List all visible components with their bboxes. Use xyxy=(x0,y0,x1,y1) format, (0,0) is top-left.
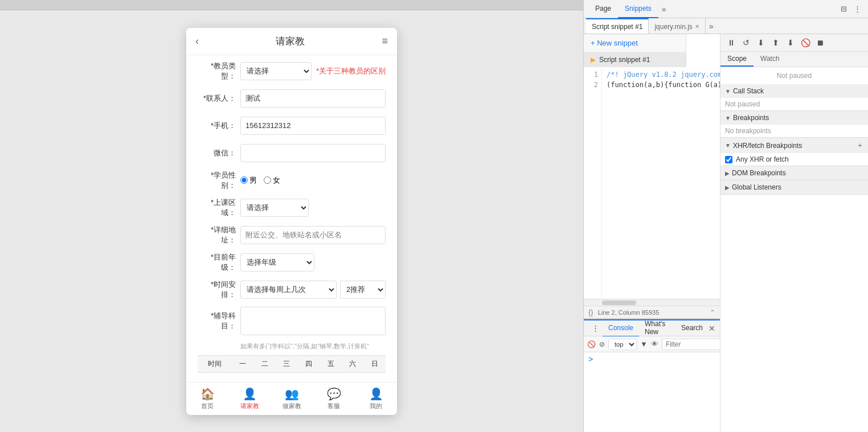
snippets-sidebar: + New snippet ▶ Script snippet #1 xyxy=(584,34,686,67)
tab-snippets[interactable]: Snippets xyxy=(618,0,658,18)
console-toolbar: 🚫 ⊘ top ▼ 👁 Default levels ▼ 1 hidden ⚙ xyxy=(584,336,720,352)
grade-select[interactable]: 选择年级 xyxy=(240,253,314,271)
teacher-type-link[interactable]: *关于三种教员的区别 xyxy=(316,66,386,76)
devtools-main-body: + New snippet ▶ Script snippet #1 1 2 xyxy=(584,34,868,432)
breakpoints-header[interactable]: ▼ Breakpoints xyxy=(720,111,868,125)
console-pause-button[interactable]: ⊘ xyxy=(599,339,605,350)
mobile-preview-panel: ‹ 请家教 ≡ *教员类型： 请选择 *关于三种教员的区别 *联系人： *手机： xyxy=(0,0,583,432)
console-tab-console[interactable]: Console xyxy=(603,320,639,337)
console-dropdown-icon[interactable]: ▼ xyxy=(640,340,648,348)
console-eye-icon[interactable]: 👁 xyxy=(651,340,658,348)
time-grid-header: 时间 一 二 三 四 五 六 日 xyxy=(198,355,386,373)
console-clear-button[interactable]: 🚫 xyxy=(587,339,596,350)
debug-tab-scope[interactable]: Scope xyxy=(720,52,754,67)
global-listeners-section: ▶ Global Listeners xyxy=(720,180,868,195)
code-lines-container: 1 2 /*! jQuery v1.8.2 jquery.com | jquer… xyxy=(584,67,720,299)
dom-breakpoints-header[interactable]: ▶ DOM Breakpoints xyxy=(720,166,868,180)
breakpoints-status: No breakpoints xyxy=(725,127,771,135)
file-tab-jquery[interactable]: jquery.min.js ✕ xyxy=(649,18,705,34)
phone-input[interactable] xyxy=(240,117,386,135)
subject-row: *辅导科目： xyxy=(198,307,386,335)
dbg-blackbox-button[interactable]: 🚫 xyxy=(799,36,812,49)
xhr-item-checkbox[interactable] xyxy=(725,156,732,163)
console-prompt: > xyxy=(588,355,593,364)
devtools-top-overflow: ⊟ ⋮ xyxy=(838,5,863,13)
status-collapse-icon[interactable]: ⌃ xyxy=(710,308,715,316)
tab-page[interactable]: Page xyxy=(588,0,618,18)
schedule-row: *时间安排： 请选择每周上几次 2推荐 xyxy=(198,279,386,300)
devtools-top-tabs: Page Snippets » ⊟ ⋮ xyxy=(584,0,868,18)
time-col-thu: 四 xyxy=(298,356,320,372)
console-tab-whats-new[interactable]: What's New xyxy=(639,320,675,337)
dbg-deactivate-button[interactable]: ⏹ xyxy=(814,36,826,49)
xhr-header[interactable]: ▼ XHR/fetch Breakpoints ＋ xyxy=(720,138,868,153)
call-stack-header[interactable]: ▼ Call Stack xyxy=(720,84,868,98)
code-status-bar: {} Line 2, Column 85935 ⌃ xyxy=(584,306,720,318)
global-listeners-label: Global Listeners xyxy=(732,183,781,191)
address-row: *详细地址： xyxy=(198,225,386,245)
address-input[interactable] xyxy=(240,226,386,244)
scrollbar-thumb[interactable] xyxy=(602,301,636,305)
file-tab-snippet[interactable]: Script snippet #1 xyxy=(586,18,649,34)
devtools-right-panel: ⏸ ↺ ⬇ ⬆ ⬇ 🚫 ⏹ Scope Watch Not paused ▼ xyxy=(720,34,868,432)
code-scrollbar-horizontal[interactable] xyxy=(584,299,720,306)
call-stack-status: Not paused xyxy=(725,100,760,108)
mine-icon: 👤 xyxy=(369,387,383,401)
schedule-freq-select[interactable]: 请选择每周上几次 xyxy=(240,281,337,299)
console-tabs-bar: ⋮ Console What's New Search ✕ xyxy=(584,319,720,336)
nav-home[interactable]: 🏠 首页 xyxy=(186,382,228,415)
devtools-panel: Page Snippets » ⊟ ⋮ Script snippet #1 jq… xyxy=(583,0,868,432)
nav-hire-tutor[interactable]: 👤 请家教 xyxy=(228,382,271,415)
mobile-form-content: *教员类型： 请选择 *关于三种教员的区别 *联系人： *手机： 微信： xyxy=(186,55,397,382)
file-tab-jquery-close[interactable]: ✕ xyxy=(695,23,699,30)
snippet-icon: ▶ xyxy=(591,56,596,64)
contact-input[interactable] xyxy=(240,89,386,108)
console-tab-search[interactable]: Search xyxy=(675,320,709,337)
gender-male-option[interactable]: 男 xyxy=(240,175,257,186)
devtools-more-icon[interactable]: ⋮ xyxy=(851,5,863,13)
snippet-item-1-label: Script snippet #1 xyxy=(599,56,650,64)
mobile-frame: ‹ 请家教 ≡ *教员类型： 请选择 *关于三种教员的区别 *联系人： *手机： xyxy=(186,28,397,415)
file-tabs-more-icon[interactable]: » xyxy=(706,22,717,31)
console-context-select[interactable]: top xyxy=(608,339,637,350)
subject-textarea[interactable] xyxy=(240,307,386,335)
teacher-type-select[interactable]: 请选择 xyxy=(240,62,312,80)
nav-mine[interactable]: 👤 我的 xyxy=(355,382,397,415)
wechat-row: 微信： xyxy=(198,143,386,163)
nav-be-tutor[interactable]: 👥 做家教 xyxy=(271,382,313,415)
xhr-add-icon[interactable]: ＋ xyxy=(857,141,863,150)
snippet-item-1[interactable]: ▶ Script snippet #1 xyxy=(584,52,686,67)
format-braces-icon[interactable]: {} xyxy=(588,308,593,316)
console-overflow-icon[interactable]: ⋮ xyxy=(588,324,603,332)
tabs-more-icon[interactable]: » xyxy=(658,5,670,14)
dbg-pause-button[interactable]: ⏸ xyxy=(725,36,738,49)
devtools-dock-icon[interactable]: ⊟ xyxy=(838,5,849,13)
dbg-step-over-button[interactable]: ⬇ xyxy=(755,36,767,49)
console-close-button[interactable]: ✕ xyxy=(709,324,715,333)
gender-female-option[interactable]: 女 xyxy=(264,175,280,186)
call-stack-toggle-icon: ▼ xyxy=(725,88,731,94)
wechat-input[interactable] xyxy=(240,144,386,162)
nav-support[interactable]: 💬 客服 xyxy=(313,382,355,415)
gender-female-radio[interactable] xyxy=(264,176,271,184)
area-select[interactable]: 请选择 xyxy=(240,199,309,217)
new-snippet-button[interactable]: + New snippet xyxy=(584,34,686,52)
schedule-recommend-select[interactable]: 2推荐 xyxy=(340,281,386,299)
global-toggle-icon: ▶ xyxy=(725,184,730,191)
subject-hint: 如果有多门学科以","分隔,如"钢琴,数学,计算机" xyxy=(240,342,386,351)
console-filter-input[interactable] xyxy=(662,339,720,350)
gender-label: *学员性别： xyxy=(198,170,240,191)
dbg-step-out-button[interactable]: ⬇ xyxy=(784,36,797,49)
dbg-step-into-button[interactable]: ⬆ xyxy=(769,36,782,49)
dbg-resume-button[interactable]: ↺ xyxy=(740,36,752,49)
area-label: *上课区域： xyxy=(198,198,240,218)
xhr-label: XHR/fetch Breakpoints xyxy=(733,142,802,150)
gender-male-radio[interactable] xyxy=(240,176,248,184)
code-area[interactable]: 1 2 /*! jQuery v1.8.2 jquery.com | jquer… xyxy=(584,67,720,299)
menu-icon[interactable]: ≡ xyxy=(382,35,388,47)
line-num-2: 2 xyxy=(584,80,598,90)
time-col-time: 时间 xyxy=(198,356,232,372)
debug-tab-watch[interactable]: Watch xyxy=(754,52,787,67)
global-listeners-header[interactable]: ▶ Global Listeners xyxy=(720,180,868,194)
back-button[interactable]: ‹ xyxy=(195,35,199,47)
